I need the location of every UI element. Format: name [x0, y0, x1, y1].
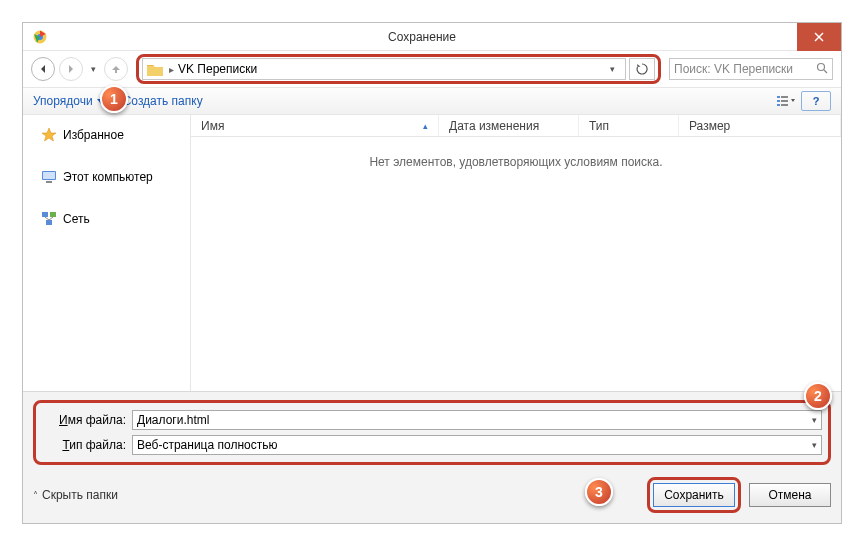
empty-message: Нет элементов, удовлетворяющих условиям … — [191, 155, 841, 169]
chevron-up-icon: ˄ — [33, 490, 38, 501]
dialog-body: Избранное Этот компьютер Сеть Имя ▴ — [23, 115, 841, 391]
svg-rect-10 — [777, 104, 780, 106]
up-button[interactable] — [104, 57, 128, 81]
chevron-down-icon[interactable]: ▾ — [812, 440, 817, 450]
column-type[interactable]: Тип — [579, 115, 679, 136]
sidebar-label: Этот компьютер — [63, 170, 153, 184]
titlebar: Сохранение — [23, 23, 841, 51]
sidebar-item-computer[interactable]: Этот компьютер — [23, 163, 190, 191]
close-button[interactable] — [797, 23, 841, 51]
svg-rect-17 — [46, 220, 52, 225]
svg-point-4 — [818, 63, 825, 70]
svg-rect-15 — [42, 212, 48, 217]
hide-folders-toggle[interactable]: ˄ Скрыть папки — [33, 488, 118, 502]
sidebar-item-network[interactable]: Сеть — [23, 205, 190, 233]
window-title: Сохранение — [47, 30, 797, 44]
column-headers: Имя ▴ Дата изменения Тип Размер — [191, 115, 841, 137]
filetype-row: Тип файла: Веб-страница полностью ▾ — [42, 433, 822, 457]
help-button[interactable]: ? — [801, 91, 831, 111]
callout-2: 2 — [804, 382, 832, 410]
svg-rect-16 — [50, 212, 56, 217]
star-icon — [41, 127, 57, 143]
organize-menu[interactable]: Упорядочи — [33, 94, 105, 108]
search-icon — [816, 62, 828, 77]
column-name[interactable]: Имя ▴ — [191, 115, 439, 136]
svg-rect-6 — [777, 96, 780, 98]
refresh-button[interactable] — [629, 58, 655, 80]
search-placeholder: Поиск: VK Переписки — [674, 62, 793, 76]
svg-line-19 — [49, 217, 53, 220]
chrome-icon — [33, 30, 47, 44]
network-icon — [41, 211, 57, 227]
callout-3: 3 — [585, 478, 613, 506]
dialog-actions: ˄ Скрыть папки Сохранить Отмена — [33, 477, 831, 513]
filename-label: Имя файла: — [42, 413, 126, 427]
chevron-down-icon[interactable]: ▾ — [812, 415, 817, 425]
sidebar-label: Избранное — [63, 128, 124, 142]
filename-row: Имя файла: Диалоги.html ▾ — [42, 408, 822, 432]
column-date[interactable]: Дата изменения — [439, 115, 579, 136]
callout-1: 1 — [100, 85, 128, 113]
column-size[interactable]: Размер — [679, 115, 841, 136]
filename-input[interactable]: Диалоги.html ▾ — [132, 410, 822, 430]
sort-indicator-icon: ▴ — [423, 121, 428, 131]
recent-dropdown[interactable]: ▾ — [91, 64, 96, 74]
nav-row: ▾ ▸ VK Переписки ▾ Поиск: VK Переписки — [23, 51, 841, 87]
svg-rect-14 — [46, 181, 52, 183]
computer-icon — [41, 169, 57, 185]
svg-line-18 — [45, 217, 49, 220]
sidebar-item-favorites[interactable]: Избранное — [23, 121, 190, 149]
address-dropdown[interactable]: ▾ — [603, 64, 621, 74]
svg-line-5 — [824, 70, 827, 73]
back-button[interactable] — [31, 57, 55, 81]
address-bar[interactable]: ▸ VK Переписки ▾ — [142, 58, 626, 80]
forward-button[interactable] — [59, 57, 83, 81]
folder-icon — [147, 63, 163, 76]
svg-rect-11 — [781, 104, 788, 106]
sidebar: Избранное Этот компьютер Сеть — [23, 115, 191, 391]
bottom-panel: Имя файла: Диалоги.html ▾ Тип файла: Веб… — [23, 391, 841, 523]
svg-rect-7 — [781, 96, 788, 98]
search-input[interactable]: Поиск: VK Переписки — [669, 58, 833, 80]
svg-rect-13 — [43, 172, 55, 179]
filetype-label: Тип файла: — [42, 438, 126, 452]
save-button-highlight: Сохранить — [647, 477, 741, 513]
view-options-button[interactable] — [771, 91, 801, 111]
svg-rect-8 — [777, 100, 780, 102]
address-text: VK Переписки — [178, 62, 257, 76]
address-bar-highlight: ▸ VK Переписки ▾ — [136, 54, 661, 84]
chevron-right-icon: ▸ — [169, 64, 174, 75]
cancel-button[interactable]: Отмена — [749, 483, 831, 507]
new-folder-button[interactable]: Создать папку — [123, 94, 203, 108]
toolbar: Упорядочи Создать папку ? — [23, 87, 841, 115]
save-dialog: Сохранение ▾ ▸ VK Переписки ▾ Поиск: VK … — [22, 22, 842, 524]
filetype-select[interactable]: Веб-страница полностью ▾ — [132, 435, 822, 455]
sidebar-label: Сеть — [63, 212, 90, 226]
save-button[interactable]: Сохранить — [653, 483, 735, 507]
file-list-area: Имя ▴ Дата изменения Тип Размер Нет элем… — [191, 115, 841, 391]
svg-rect-9 — [781, 100, 788, 102]
file-fields-highlight: Имя файла: Диалоги.html ▾ Тип файла: Веб… — [33, 400, 831, 465]
